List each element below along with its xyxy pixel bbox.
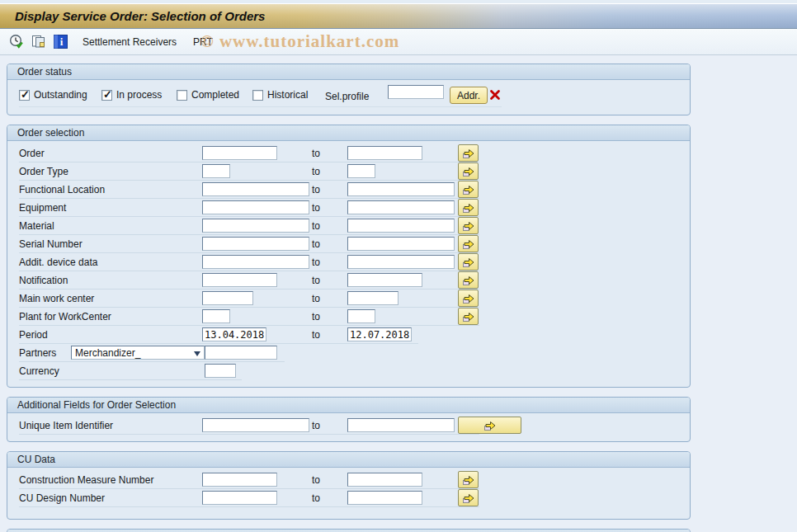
construction-measure-number-from-input[interactable]	[202, 473, 277, 487]
addit-device-data-multiple-selection-button[interactable]	[458, 253, 479, 271]
unique-item-identifier-from-input[interactable]	[202, 418, 309, 432]
material-to-input[interactable]	[347, 219, 455, 233]
notification-to-input[interactable]	[347, 273, 422, 287]
to-label: to	[312, 166, 320, 177]
get-variant-icon[interactable]	[28, 32, 50, 52]
to-label: to	[312, 311, 320, 322]
addit-device-data-to-input[interactable]	[347, 255, 455, 269]
order-type-label: Order Type	[19, 166, 68, 177]
to-label: to	[312, 202, 320, 214]
row-order-type: Order Type to	[7, 162, 690, 181]
order-type-multiple-selection-button[interactable]	[458, 162, 479, 180]
to-label: to	[312, 148, 320, 159]
cu-design-number-from-input[interactable]	[202, 491, 277, 505]
addr-button[interactable]: Addr.	[450, 87, 488, 104]
checkbox-box-completed[interactable]	[177, 90, 187, 101]
sel-profile-input[interactable]	[388, 85, 444, 99]
row-partners: Partners Merchandizer_	[7, 344, 690, 362]
order-selection-header: Order selection	[7, 125, 690, 141]
checkbox-label-historical: Historical	[267, 89, 308, 101]
partners-dropdown[interactable]: Merchandizer_	[71, 346, 205, 360]
delete-address-icon[interactable]	[488, 89, 502, 101]
checkbox-outstanding[interactable]: Outstanding	[19, 89, 87, 101]
material-from-input[interactable]	[202, 219, 309, 233]
partners-dropdown-value: Merchandizer_	[75, 347, 140, 359]
order-to-input[interactable]	[347, 146, 422, 160]
main-work-center-from-input[interactable]	[202, 291, 253, 305]
construction-measure-number-multiple-selection-button[interactable]	[458, 471, 479, 488]
addit-device-data-from-input[interactable]	[202, 255, 309, 269]
row-unique-item-identifier: Unique Item Identifier to	[7, 417, 690, 435]
plant-for-workcenter-label: Plant for WorkCenter	[19, 311, 111, 322]
notification-from-input[interactable]	[202, 273, 277, 287]
unique-item-identifier-to-input[interactable]	[347, 418, 455, 432]
functional-location-from-input[interactable]	[202, 182, 309, 196]
checkbox-box-in-process[interactable]	[101, 90, 112, 101]
order-selection-group: Order selection Order to Order Type to	[7, 125, 691, 388]
plant-for-workcenter-to-input[interactable]	[347, 309, 375, 323]
cu-design-number-multiple-selection-button[interactable]	[458, 489, 479, 506]
serial-number-from-input[interactable]	[202, 237, 309, 251]
serial-number-label: Serial Number	[19, 238, 83, 250]
info-icon[interactable]: i	[50, 32, 71, 52]
checkbox-label-outstanding: Outstanding	[34, 89, 87, 101]
tutorialkart-watermark: © www.tutorialkart.com	[200, 31, 399, 52]
checkbox-box-historical[interactable]	[252, 90, 263, 101]
serial-number-to-input[interactable]	[347, 237, 455, 251]
cu-design-number-to-input[interactable]	[347, 491, 422, 505]
unique-item-identifier-multiple-selection-button[interactable]	[458, 417, 521, 434]
construction-measure-number-to-input[interactable]	[347, 473, 422, 487]
equipment-multiple-selection-button[interactable]	[458, 199, 479, 216]
material-multiple-selection-button[interactable]	[458, 217, 479, 234]
period-from-input[interactable]	[202, 327, 266, 341]
row-period: Period to	[7, 326, 690, 344]
partners-input[interactable]	[205, 346, 277, 360]
checkbox-completed[interactable]: Completed	[177, 89, 239, 101]
functional-location-to-input[interactable]	[347, 182, 455, 196]
main-work-center-to-input[interactable]	[347, 291, 398, 305]
functional-location-multiple-selection-button[interactable]	[458, 181, 479, 198]
checkbox-label-completed: Completed	[191, 89, 239, 101]
to-label: to	[312, 474, 320, 486]
prt-button[interactable]: PRT	[188, 34, 218, 50]
execute-clock-glyph	[9, 34, 26, 49]
to-label: to	[312, 220, 320, 232]
partners-label: Partners	[19, 347, 56, 359]
row-functional-location: Functional Location to	[7, 181, 690, 199]
plant-for-workcenter-multiple-selection-button[interactable]	[458, 308, 479, 325]
checkbox-box-outstanding[interactable]	[19, 90, 30, 101]
checkbox-historical[interactable]: Historical	[252, 89, 308, 101]
linear-data-group: Linear Data	[7, 529, 691, 532]
equipment-to-input[interactable]	[347, 200, 455, 214]
order-multiple-selection-button[interactable]	[458, 144, 479, 162]
additional-fields-header: Additional Fields for Order Selection	[7, 398, 690, 413]
execute-clock-icon[interactable]	[7, 32, 28, 52]
main-work-center-label: Main work center	[19, 293, 94, 304]
period-label: Period	[19, 329, 48, 341]
row-currency: Currency	[7, 362, 690, 380]
checkbox-in-process[interactable]: In process	[101, 89, 162, 101]
row-equipment: Equipment to	[7, 199, 690, 217]
order-type-from-input[interactable]	[202, 164, 230, 178]
settlement-receivers-button[interactable]: Settlement Receivers	[78, 34, 182, 50]
svg-text:i: i	[59, 35, 63, 48]
cu-design-number-label: CU Design Number	[19, 492, 105, 504]
main-work-center-multiple-selection-button[interactable]	[458, 290, 479, 307]
order-status-row: Outstanding In process Completed Histori…	[7, 83, 690, 108]
plant-for-workcenter-from-input[interactable]	[202, 309, 230, 323]
row-construction-measure-number: Construction Measure Number to	[7, 471, 690, 489]
currency-input[interactable]	[205, 364, 236, 378]
serial-number-multiple-selection-button[interactable]	[458, 235, 479, 252]
to-label: to	[312, 329, 320, 341]
row-cu-design-number: CU Design Number to	[7, 489, 690, 507]
to-label: to	[312, 184, 320, 195]
currency-label: Currency	[19, 365, 59, 377]
notification-multiple-selection-button[interactable]	[458, 271, 479, 289]
page-title: Display Service Order: Selection of Orde…	[0, 9, 265, 23]
order-type-to-input[interactable]	[347, 164, 375, 178]
equipment-from-input[interactable]	[202, 200, 309, 214]
order-from-input[interactable]	[202, 146, 277, 160]
period-to-input[interactable]	[347, 327, 412, 341]
transaction-title-bar: Display Service Order: Selection of Orde…	[0, 4, 797, 29]
to-label: to	[312, 238, 320, 250]
